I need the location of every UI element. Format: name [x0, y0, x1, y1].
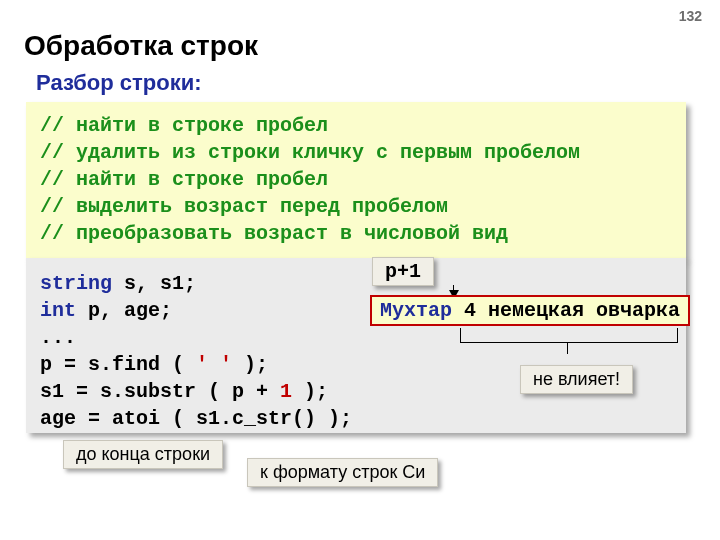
code-number: 1: [280, 380, 292, 403]
code-text: );: [232, 353, 268, 376]
label-k-formatu: к формату строк Си: [247, 458, 438, 487]
comments-block: // найти в строке пробел // удалить из с…: [26, 102, 686, 259]
keyword-string: string: [40, 272, 112, 295]
slide-title: Обработка строк: [24, 30, 258, 62]
code-line-1: string s, s1;: [40, 270, 672, 297]
label-p-plus-1: p+1: [372, 257, 434, 286]
code-text: s1 = s.substr ( p +: [40, 380, 280, 403]
code-text: p = s.find (: [40, 353, 196, 376]
code-block: string s, s1; int p, age; ... p = s.find…: [26, 258, 686, 433]
example-string-box: Мухтар 4 немецкая овчарка: [370, 295, 690, 326]
code-text: p, age;: [76, 299, 172, 322]
code-literal: ' ': [196, 353, 232, 376]
page-number: 132: [679, 8, 702, 24]
code-line-6: age = atoi ( s1.c_str() );: [40, 405, 672, 432]
code-text: );: [292, 380, 328, 403]
keyword-int: int: [40, 299, 76, 322]
string-part-name: Мухтар: [380, 299, 452, 322]
label-ne-vliyaet: не влияет!: [520, 365, 633, 394]
bracket-under-substring: [460, 328, 678, 343]
code-text: s, s1;: [112, 272, 196, 295]
bracket-stem: [567, 342, 568, 354]
string-part-rest: 4 немецкая овчарка: [464, 299, 680, 322]
slide-subtitle: Разбор строки:: [36, 70, 202, 96]
label-do-kontsa: до конца строки: [63, 440, 223, 469]
